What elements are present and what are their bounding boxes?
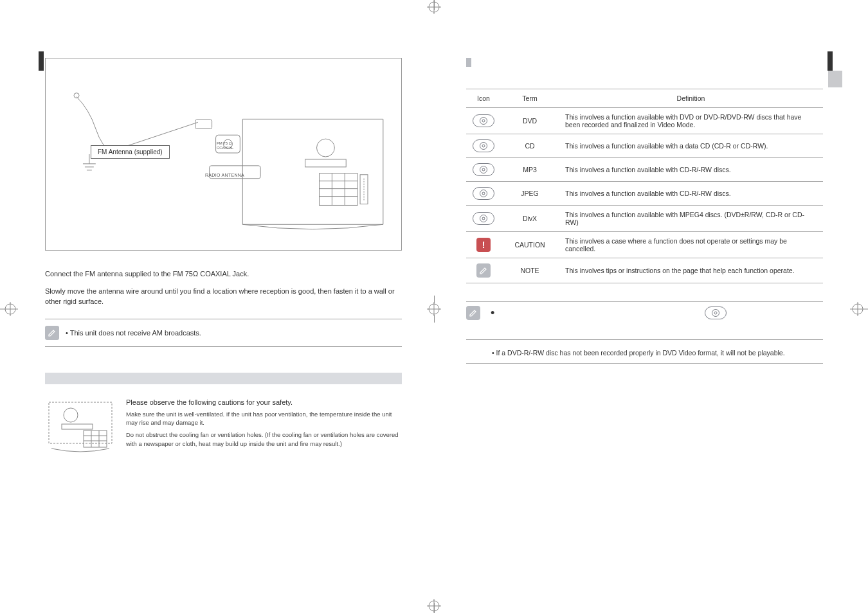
definition-cell: This involves a case where a function do… bbox=[559, 232, 823, 258]
crop-mark bbox=[827, 51, 833, 71]
col-term: Term bbox=[501, 89, 559, 108]
footer-sub-text: • If a DVD-R/-RW disc has not been recor… bbox=[492, 349, 823, 357]
icon-cell bbox=[466, 108, 501, 134]
icon-cell bbox=[466, 158, 501, 182]
term-cell: NOTE bbox=[501, 258, 559, 283]
footer-note-row: • bbox=[466, 301, 823, 340]
pencil-icon bbox=[45, 326, 59, 340]
svg-rect-36 bbox=[62, 424, 93, 429]
safety-note: Do not obstruct the cooling fan or venti… bbox=[126, 431, 402, 449]
definition-cell: This involves a function available with … bbox=[559, 206, 823, 232]
table-row: DivXThis involves a function available w… bbox=[466, 206, 823, 232]
col-definition: Definition bbox=[559, 89, 823, 108]
definition-cell: This involves a function available with … bbox=[559, 158, 823, 182]
term-cell: CD bbox=[501, 134, 559, 158]
svg-point-35 bbox=[64, 408, 78, 422]
pencil-icon bbox=[476, 263, 491, 278]
svg-rect-16 bbox=[195, 120, 212, 129]
heading-marker bbox=[466, 58, 471, 67]
icon-cell bbox=[466, 206, 501, 232]
table-row: JPEGThis involves a function available w… bbox=[466, 182, 823, 206]
svg-point-15 bbox=[74, 93, 79, 98]
body-text: Connect the FM antenna supplied to the F… bbox=[45, 269, 402, 280]
table-row: NOTEThis involves tips or instructions o… bbox=[466, 258, 823, 283]
disc-icon bbox=[473, 139, 494, 152]
term-cell: MP3 bbox=[501, 158, 559, 182]
note-text: • This unit does not receive AM broadcas… bbox=[66, 329, 201, 337]
table-row: CDThis involves a function available wit… bbox=[466, 134, 823, 158]
device-illustration bbox=[45, 398, 116, 456]
note-row: • This unit does not receive AM broadcas… bbox=[45, 319, 402, 347]
caution-icon: ! bbox=[476, 238, 491, 252]
definitions-table: Icon Term Definition DVDThis involves a … bbox=[466, 89, 823, 283]
disc-icon bbox=[473, 163, 494, 176]
crop-mark bbox=[39, 51, 44, 71]
icon-cell bbox=[466, 258, 501, 283]
pencil-icon bbox=[466, 306, 480, 320]
radio-antenna-label: RADIO ANTENNA bbox=[205, 173, 244, 177]
antenna-diagram: FM Antenna (supplied) FM 75 ΩCOAXIAL RAD… bbox=[45, 58, 402, 251]
svg-rect-34 bbox=[49, 402, 112, 443]
fm-plug-label: FM 75 ΩCOAXIAL bbox=[217, 141, 233, 150]
safety-note: Make sure the unit is well-ventilated. I… bbox=[126, 410, 402, 428]
svg-rect-37 bbox=[84, 431, 107, 447]
icon-cell bbox=[466, 182, 501, 206]
antenna-label: FM Antenna (supplied) bbox=[91, 145, 170, 159]
table-row: MP3This involves a function available wi… bbox=[466, 158, 823, 182]
disc-icon bbox=[705, 306, 727, 319]
page-tab bbox=[828, 71, 842, 87]
term-cell: JPEG bbox=[501, 182, 559, 206]
icon-cell bbox=[466, 134, 501, 158]
disc-icon bbox=[473, 187, 494, 200]
disc-icon bbox=[473, 212, 494, 225]
definition-cell: This involves a function available with … bbox=[559, 182, 823, 206]
section-bar bbox=[45, 373, 402, 384]
safety-heading: Please observe the following cautions fo… bbox=[126, 398, 402, 406]
disc-icon bbox=[473, 114, 494, 127]
term-cell: DivX bbox=[501, 206, 559, 232]
svg-rect-21 bbox=[305, 159, 347, 167]
term-cell: CAUTION bbox=[501, 232, 559, 258]
definition-cell: This involves tips or instructions on th… bbox=[559, 258, 823, 283]
svg-point-20 bbox=[317, 139, 335, 157]
svg-rect-22 bbox=[320, 173, 358, 206]
body-text: Slowly move the antenna wire around unti… bbox=[45, 286, 402, 307]
table-row: DVDThis involves a function available wi… bbox=[466, 108, 823, 134]
col-icon: Icon bbox=[466, 89, 501, 108]
definition-cell: This involves a function available with … bbox=[559, 134, 823, 158]
icon-cell: ! bbox=[466, 232, 501, 258]
term-cell: DVD bbox=[501, 108, 559, 134]
definition-cell: This involves a function available with … bbox=[559, 108, 823, 134]
table-row: !CAUTIONThis involves a case where a fun… bbox=[466, 232, 823, 258]
